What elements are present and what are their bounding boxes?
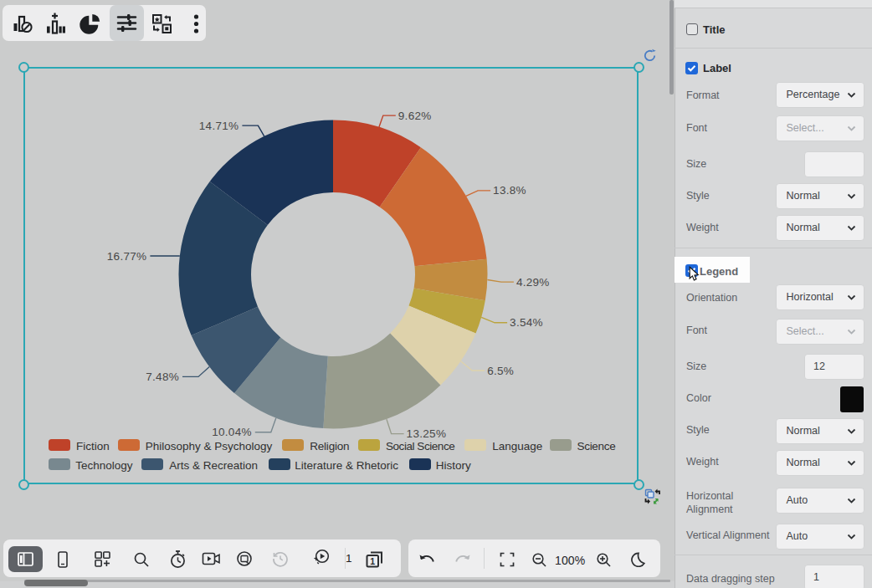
svg-text:1: 1 <box>370 556 375 566</box>
svg-text:7.48%: 7.48% <box>146 371 179 383</box>
svg-text:6.5%: 6.5% <box>487 365 514 377</box>
svg-text:3.54%: 3.54% <box>510 316 543 329</box>
svg-text:16.77%: 16.77% <box>107 250 147 263</box>
svg-text:9.62%: 9.62% <box>398 110 432 122</box>
svg-text:13.8%: 13.8% <box>493 184 526 197</box>
svg-text:14.71%: 14.71% <box>199 120 239 132</box>
svg-text:10.04%: 10.04% <box>212 426 252 438</box>
svg-text:4.29%: 4.29% <box>516 276 550 289</box>
svg-text:13.25%: 13.25% <box>407 427 447 440</box>
